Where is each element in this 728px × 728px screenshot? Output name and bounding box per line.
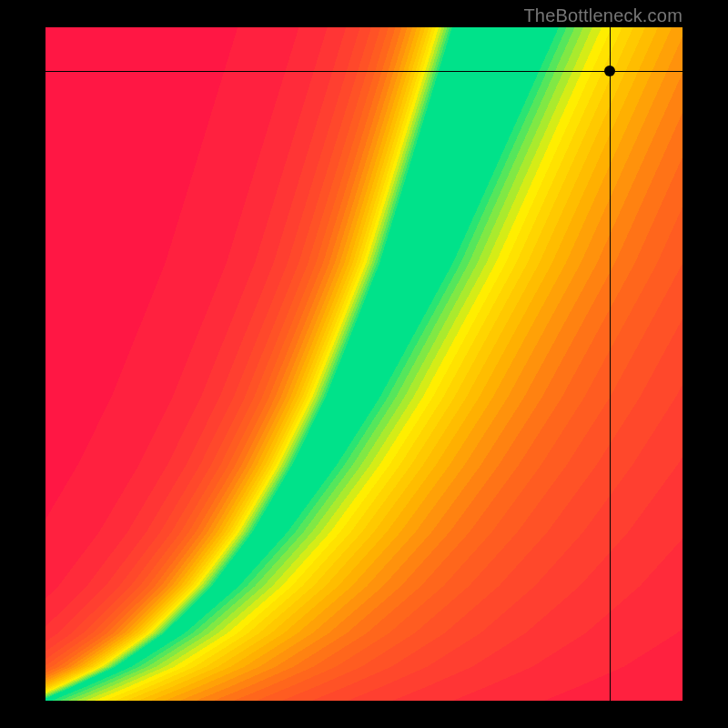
- data-point-marker: [604, 66, 615, 76]
- chart-frame: TheBottleneck.com: [0, 0, 728, 728]
- attribution-label: TheBottleneck.com: [523, 5, 682, 26]
- heatmap-canvas: [46, 27, 682, 701]
- crosshair-vertical: [610, 27, 611, 701]
- crosshair-horizontal: [46, 71, 682, 72]
- plot-area: [46, 27, 682, 701]
